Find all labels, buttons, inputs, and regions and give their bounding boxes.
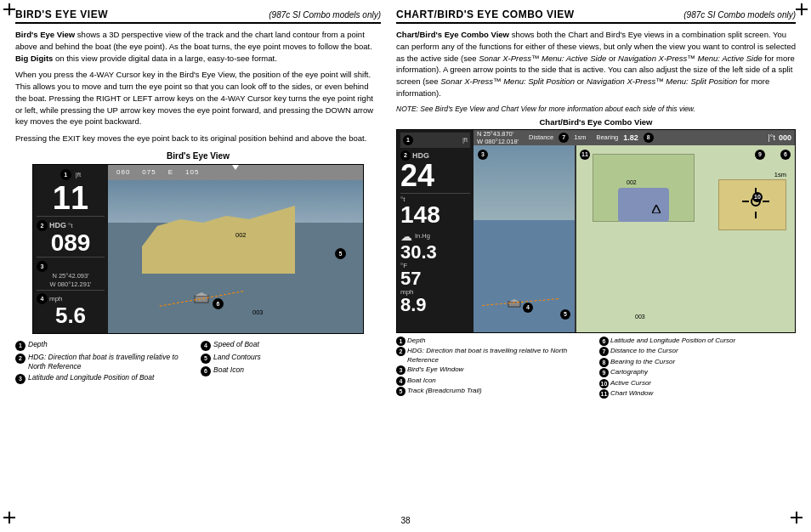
combo-annot-4: 4 <box>523 303 533 313</box>
legend-text-5: Land Contours <box>213 353 261 362</box>
combo-legend-2: 2 HDG: Direction that boat is travelling… <box>396 347 593 365</box>
combo-legend-circle-9: 9 <box>599 368 609 377</box>
combo-bearing-label: Bearing <box>596 133 618 141</box>
birds-eye-para2: When you press the 4-WAY Cursor key in t… <box>15 69 381 127</box>
combo-body-text: Chart/Bird's Eye Combo View shows both t… <box>396 29 796 99</box>
combo-annot-8: 8 <box>644 133 654 143</box>
compass-e: E <box>168 168 173 176</box>
combo-bev-sky <box>474 145 575 220</box>
bev-legend-left: 1 Depth 2 HDG: Direction that boat is tr… <box>15 340 196 386</box>
combo-deg-val: |°t <box>768 133 775 142</box>
combo-legend-7: 7 Distance to the Cursor <box>599 347 796 356</box>
combo-wp-icon <box>652 205 661 213</box>
combo-legend-4: 4 Boat Icon <box>396 376 593 386</box>
legend-text-1: Depth <box>28 340 48 349</box>
birds-eye-diagram: 1 |ft 11 2 HDG °t 089 <box>32 164 364 334</box>
combo-legend-10: 10 Active Cursor <box>599 379 796 388</box>
combo-scale: 1sm <box>774 171 786 178</box>
combo-legend-9: 9 Cartography <box>599 368 796 377</box>
combo-legend-11: 11 Chart Window <box>599 389 796 399</box>
combo-legend-circle-8: 8 <box>599 358 609 367</box>
combo-top-bar: N 25°43.870'W 080°12.018' Distance 7 1sm… <box>474 130 795 145</box>
combo-legend-circle-3: 3 <box>396 365 406 375</box>
combo-annot-6: 6 <box>780 150 791 160</box>
combo-speed-value: 8.9 <box>400 296 470 314</box>
bev-coords: N 25°42.093'W 080°12.291' <box>37 272 105 289</box>
combo-legend-circle-1: 1 <box>396 337 406 346</box>
bev-sky <box>108 180 363 223</box>
bev-legend-right: 4 Speed of Boat 5 Land Contours 6 Boat I… <box>201 340 381 386</box>
combo-pressure-value: 30.3 <box>400 243 470 262</box>
compass-indicator <box>232 165 239 170</box>
combo-header: CHART/BIRD'S EYE COMBO VIEW (987c SI Com… <box>396 8 796 24</box>
combo-title: CHART/BIRD'S EYE COMBO VIEW <box>396 8 575 20</box>
legend-item-5: 5 Land Contours <box>201 353 381 364</box>
birds-eye-header: BIRD'S EYE VIEW (987c SI Combo models on… <box>15 8 381 24</box>
combo-annot-10: 10 <box>752 192 763 202</box>
combo-boat-icon <box>508 299 521 309</box>
combo-annot-9: 9 <box>755 150 765 160</box>
legend-circle-1: 1 <box>15 341 26 351</box>
birds-eye-subtitle: (987c SI Combo models only) <box>269 10 381 20</box>
bev-annot-3: 3 <box>37 261 48 272</box>
combo-temp-value: 57 <box>400 269 470 288</box>
legend-circle-5: 5 <box>201 354 211 364</box>
legend-item-6: 6 Boat Icon <box>201 365 381 376</box>
combo-diagram: 1 |ft 2 HDG 24 °t 148 <box>396 129 796 333</box>
combo-wp-003: 003 <box>635 314 645 320</box>
combo-deg-num: 000 <box>779 133 791 142</box>
birds-eye-diagram-container: Bird's Eye View 1 |ft 11 <box>15 151 381 336</box>
bev-unit-ft: |ft <box>76 171 82 178</box>
legend-circle-4: 4 <box>201 341 211 351</box>
combo-map-area: 9 10 11 002 003 1sm 6 <box>576 145 795 332</box>
combo-legend: 1 Depth 2 HDG: Direction that boat is tr… <box>396 337 796 400</box>
combo-legend-3: 3 Bird's Eye Window <box>396 365 593 375</box>
combo-boat: 4 <box>508 299 521 311</box>
legend-item-1: 1 Depth <box>15 340 196 351</box>
birds-eye-para1: Bird's Eye View shows a 3D perspective v… <box>15 29 381 64</box>
combo-annot-3: 3 <box>478 150 488 160</box>
combo-dist-val: 1sm <box>574 133 586 141</box>
combo-legend-circle-4: 4 <box>396 376 406 386</box>
bev-water-area: 6 002 003 5 <box>108 180 363 333</box>
combo-depth-value: 24 <box>400 161 470 191</box>
combo-legend-right: 6 Latitude and Longitude Position of Cur… <box>599 337 796 400</box>
bev-mph-label: mph <box>49 295 63 303</box>
bev-chart-area: 060 075 E 105 <box>108 165 363 333</box>
combo-legend-circle-11: 11 <box>599 389 609 399</box>
bev-compass-values: 060 075 E 105 <box>108 168 199 176</box>
combo-divider <box>575 145 576 332</box>
combo-legend-text-11: Chart Window <box>610 389 653 398</box>
legend-circle-6: 6 <box>201 366 211 376</box>
bev-annot-5: 5 <box>335 248 346 259</box>
bev-wp-003: 003 <box>252 308 264 316</box>
legend-circle-2: 2 <box>15 354 26 364</box>
legend-item-4: 4 Speed of Boat <box>201 340 381 351</box>
combo-legend-text-8: Bearing to the Cursor <box>610 358 675 366</box>
bev-annot-1: 1 <box>64 172 67 178</box>
combo-bearing-val: 1.82 <box>623 133 638 142</box>
combo-right-panel: N 25°43.870'W 080°12.018' Distance 7 1sm… <box>474 130 795 332</box>
bev-hdg-unit: °t <box>68 222 72 229</box>
bev-annot-6: 6 <box>213 298 224 309</box>
combo-annot-11: 11 <box>580 150 590 160</box>
combo-legend-text-10: Active Cursor <box>610 379 651 388</box>
combo-legend-circle-5: 5 <box>396 387 406 396</box>
bev-compass-bar: 060 075 E 105 <box>108 165 363 180</box>
combo-annot-5: 5 <box>560 309 570 320</box>
combo-legend-text-5: Track (Breadcrumb Trail) <box>407 387 482 395</box>
combo-annot-1: 1 <box>403 135 413 145</box>
birds-eye-title: BIRD'S EYE VIEW <box>15 8 108 20</box>
right-column: CHART/BIRD'S EYE COMBO VIEW (987c SI Com… <box>396 8 796 512</box>
compass-105: 105 <box>185 168 199 176</box>
combo-legend-text-2: HDG: Direction that boat is travelling r… <box>407 347 593 365</box>
compass-075: 075 <box>142 168 156 176</box>
legend-item-3: 3 Latitude and Longitude Position of Boa… <box>15 373 196 384</box>
combo-coords: N 25°43.870'W 080°12.018' <box>477 130 519 145</box>
combo-legend-1: 1 Depth <box>396 337 593 346</box>
legend-text-4: Speed of Boat <box>213 340 259 349</box>
combo-legend-6: 6 Latitude and Longitude Position of Cur… <box>599 337 796 346</box>
birds-eye-diagram-title: Bird's Eye View <box>15 151 381 161</box>
combo-legend-8: 8 Bearing to the Cursor <box>599 358 796 367</box>
combo-bev-window: 3 4 5 <box>474 145 576 332</box>
